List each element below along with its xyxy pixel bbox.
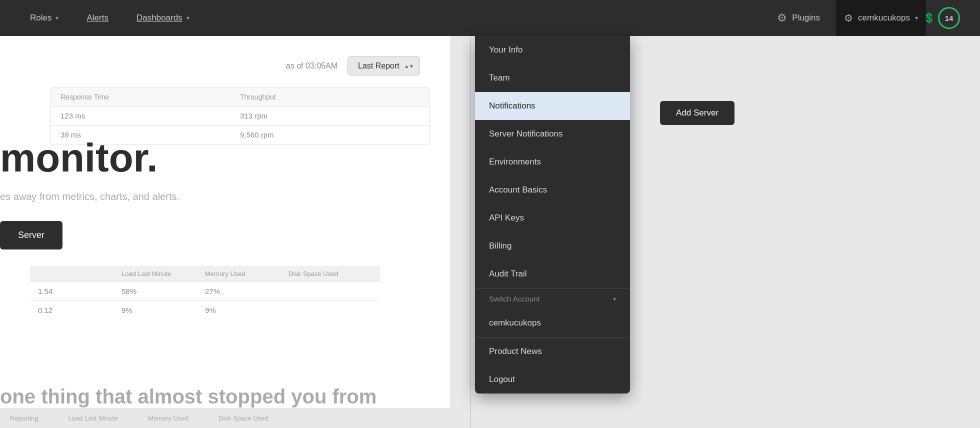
metrics-disk-1: 27% [205,287,288,296]
notification-badge[interactable]: 14 [938,7,960,29]
navbar: Roles ▾ Alerts Dashboards ▾ ⚙ Plugins ⚙ … [0,0,980,36]
col-header-response-time: Response Time [60,93,240,101]
throughput-1: 313 rpm [240,112,420,120]
metrics-row-1: 1.54 58% 27% [30,282,380,300]
metrics-load-2: 0.12 [38,306,122,314]
gear-icon: ⚙ [844,12,853,24]
dropdown-item-team[interactable]: Team [475,64,630,92]
notification-count: 14 [945,14,954,22]
metrics-col-1: Load Last Minute [122,270,205,278]
dropdown-item-audit-trail[interactable]: Audit Trail [475,260,630,288]
team-label: Team [489,73,510,83]
add-server-hero-button[interactable]: Server [0,221,62,250]
dropdown-item-account-name[interactable]: cemkucukops [475,309,630,337]
bottom-hero-text: one thing that almost stopped you from [0,386,376,408]
your-info-label: Your Info [489,45,522,55]
account-name-label: cemkucukops [489,318,541,328]
table-data-row-1: 123 ms 313 rpm [50,106,430,126]
switch-account-chevron-icon: ▾ [613,296,616,302]
api-keys-label: API Keys [489,213,524,223]
throughput-2: 9,560 rpm [240,130,420,139]
navbar-right: ⚙ Plugins ⚙ cemkucukops ▾ 💲 14 [769,0,964,36]
nav-dashboards[interactable]: Dashboards ▾ [122,0,204,36]
metrics-mem-1: 58% [122,287,205,296]
response-time-1: 123 ms [60,112,240,120]
plugins-label: Plugins [792,13,820,23]
roles-chevron-icon: ▾ [56,14,58,22]
table-header-row: Response Time Throughput [50,88,430,106]
metrics-load-1: 1.54 [38,287,122,296]
user-dropdown-menu: Your Info Team Notifications Server Noti… [475,36,630,394]
dropdown-item-logout[interactable]: Logout [475,366,630,394]
vertical-divider [470,36,471,428]
dropdown-item-notifications[interactable]: Notifications [475,92,630,120]
account-basics-label: Account Basics [489,185,547,195]
timestamp-label: as of 03:05AM [286,62,338,70]
product-news-label: Product News [489,346,542,356]
dropdown-item-server-notifications[interactable]: Server Notifications [475,120,630,148]
hero-main-text: monitor. [0,136,158,180]
puzzle-icon: ⚙ [777,12,787,24]
server-notifications-label: Server Notifications [489,129,562,139]
col-header-throughput: Throughput [240,93,420,101]
dropdown-item-environments[interactable]: Environments [475,148,630,176]
dashboards-label: Dashboards [136,13,182,23]
metrics-disk-2: 9% [205,306,288,314]
metrics-table: Load Last Minute Memory Used Disk Space … [30,266,380,320]
report-header: as of 03:05AM Last Report [20,56,430,76]
switch-account-label: Switch Account [489,294,540,303]
metrics-table-header: Load Last Minute Memory Used Disk Space … [30,266,380,282]
alerts-label: Alerts [86,13,108,23]
add-server-top-button[interactable]: Add Server [660,101,734,125]
dashboards-chevron-icon: ▾ [186,14,190,22]
metrics-row-2: 0.12 9% 9% [30,300,380,320]
logout-label: Logout [489,374,515,384]
roles-label: Roles [30,13,52,23]
dropdown-item-your-info[interactable]: Your Info [475,36,630,64]
user-menu-chevron-icon: ▾ [915,14,918,22]
plugins-button[interactable]: ⚙ Plugins [769,12,828,24]
environments-label: Environments [489,157,541,167]
metrics-col-0 [38,270,122,278]
username-label: cemkucukops [858,13,910,23]
add-server-hero-label: Server [18,230,44,240]
nav-roles[interactable]: Roles ▾ [16,0,72,36]
dropdown-item-billing[interactable]: Billing [475,232,630,260]
hero-sub-text: es away from metrics, charts, and alerts… [0,191,180,202]
notifications-label: Notifications [489,101,536,111]
nav-alerts[interactable]: Alerts [72,0,122,36]
metrics-mem-2: 9% [122,306,205,314]
billing-label: Billing [489,241,512,251]
dropdown-item-product-news[interactable]: Product News [475,338,630,366]
dropdown-switch-account-header[interactable]: Switch Account ▾ [475,288,630,309]
dropdown-item-api-keys[interactable]: API Keys [475,204,630,232]
metrics-col-3: Disk Space Used [288,270,372,278]
dollar-icon: 💲 [923,12,936,24]
audit-trail-label: Audit Trail [489,269,527,279]
metrics-col-2: Memory Used [205,270,288,278]
navbar-left: Roles ▾ Alerts Dashboards ▾ [16,0,769,36]
report-select[interactable]: Last Report [348,56,420,76]
add-server-top-label: Add Server [676,108,718,118]
bottom-bar: Reporting Load Last Minute Memory Used D… [0,408,450,428]
dashboard-background: as of 03:05AM Last Report Response Time … [0,36,450,428]
report-select-wrapper: Last Report [348,56,420,76]
user-menu-button[interactable]: ⚙ cemkucukops ▾ [836,0,926,36]
dropdown-item-account-basics[interactable]: Account Basics [475,176,630,204]
